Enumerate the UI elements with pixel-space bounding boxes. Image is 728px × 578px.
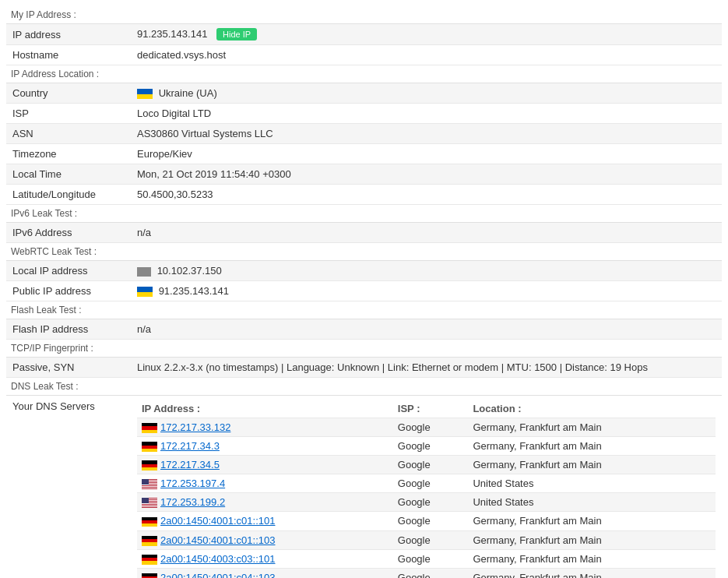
dns-ip-cell: 172.253.197.4 bbox=[137, 474, 393, 493]
germany-flag-icon bbox=[142, 573, 157, 578]
ukraine-flag-icon bbox=[137, 89, 153, 99]
dns-ip-link[interactable]: 2a00:1450:4003:c03::101 bbox=[160, 553, 275, 565]
main-container: My IP Address : IP address 91.235.143.14… bbox=[0, 0, 728, 578]
germany-flag-icon bbox=[142, 517, 157, 527]
dns-isp-cell: Google bbox=[393, 418, 469, 437]
dns-column-header-row: IP Address : ISP : Location : bbox=[137, 400, 716, 418]
germany-flag-icon bbox=[142, 442, 157, 452]
dns-isp-cell: Google bbox=[393, 474, 469, 493]
dns-entry-row: 2a00:1450:4001:c04::103GoogleGermany, Fr… bbox=[137, 568, 716, 578]
dns-ip-cell: 2a00:1450:4001:c01::103 bbox=[137, 530, 393, 549]
country-label: Country bbox=[6, 83, 131, 104]
dns-location-cell: Germany, Frankfurt am Main bbox=[468, 418, 716, 437]
latlong-value: 50.4500,30.5233 bbox=[131, 185, 722, 205]
country-text: Ukraine (UA) bbox=[159, 87, 217, 99]
passive-syn-label: Passive, SYN bbox=[6, 358, 131, 378]
tcpip-header-row: TCP/IP Fingerprint : bbox=[6, 340, 722, 358]
dns-isp-cell: Google bbox=[393, 456, 469, 474]
dns-location-cell: Germany, Frankfurt am Main bbox=[468, 456, 716, 474]
dns-ip-cell: 2a00:1450:4001:c04::103 bbox=[137, 568, 393, 578]
germany-flag-icon bbox=[142, 423, 157, 433]
isp-label: ISP bbox=[6, 104, 131, 124]
dns-entry-row: 172.253.197.4GoogleUnited States bbox=[137, 474, 716, 493]
dns-ip-link[interactable]: 172.217.34.5 bbox=[160, 459, 220, 471]
table-row: ASN AS30860 Virtual Systems LLC bbox=[6, 124, 722, 144]
table-row: ISP Loco Digital LTD bbox=[6, 104, 722, 124]
dns-col-isp: ISP : bbox=[393, 400, 469, 418]
flash-ip-value: n/a bbox=[131, 319, 722, 340]
latlong-label: Latitude/Longitude bbox=[6, 185, 131, 205]
dns-entry-row: 172.253.199.2GoogleUnited States bbox=[137, 493, 716, 512]
table-row: Latitude/Longitude 50.4500,30.5233 bbox=[6, 185, 722, 205]
hide-ip-button[interactable]: Hide IP bbox=[216, 28, 257, 41]
dns-isp-cell: Google bbox=[393, 437, 469, 456]
tcpip-header: TCP/IP Fingerprint : bbox=[6, 340, 722, 358]
table-row: Flash IP address n/a bbox=[6, 319, 722, 340]
ip-location-header: IP Address Location : bbox=[6, 65, 722, 83]
isp-value: Loco Digital LTD bbox=[131, 104, 722, 124]
my-ip-header: My IP Address : bbox=[6, 6, 722, 24]
gray-flag-icon bbox=[137, 267, 151, 277]
flash-ip-label: Flash IP address bbox=[6, 319, 131, 340]
dns-isp-cell: Google bbox=[393, 568, 469, 578]
local-ip-value: 10.102.37.150 bbox=[131, 261, 722, 281]
dns-ip-link[interactable]: 2a00:1450:4001:c01::103 bbox=[160, 534, 275, 546]
local-ip-text: 10.102.37.150 bbox=[157, 265, 222, 277]
public-ip-value: 91.235.143.141 bbox=[131, 281, 722, 301]
dns-servers-value: IP Address : ISP : Location : 172.217.33… bbox=[131, 396, 722, 578]
dns-isp-cell: Google bbox=[393, 530, 469, 549]
dns-location-cell: United States bbox=[468, 493, 716, 512]
dns-col-ip: IP Address : bbox=[137, 400, 393, 418]
dns-ip-cell: 172.253.199.2 bbox=[137, 493, 393, 512]
dns-ip-link[interactable]: 2a00:1450:4001:c04::103 bbox=[160, 572, 275, 578]
timezone-value: Europe/Kiev bbox=[131, 144, 722, 164]
germany-flag-icon bbox=[142, 460, 157, 471]
hostname-label: Hostname bbox=[6, 45, 131, 65]
germany-flag-icon bbox=[142, 555, 157, 565]
dns-location-cell: United States bbox=[468, 474, 716, 493]
dns-entry-row: 2a00:1450:4001:c01::101GoogleGermany, Fr… bbox=[137, 512, 716, 530]
dns-entry-row: 172.217.33.132GoogleGermany, Frankfurt a… bbox=[137, 418, 716, 437]
dns-location-cell: Germany, Frankfurt am Main bbox=[468, 437, 716, 456]
public-ip-text: 91.235.143.141 bbox=[159, 285, 229, 297]
ipv6-header: IPv6 Leak Test : bbox=[6, 205, 722, 223]
dns-ip-link[interactable]: 2a00:1450:4001:c01::101 bbox=[160, 515, 275, 527]
us-flag-icon bbox=[142, 479, 157, 489]
ipv6-address-value: n/a bbox=[131, 223, 722, 243]
dns-location-cell: Germany, Frankfurt am Main bbox=[468, 568, 716, 578]
ip-info-table: My IP Address : IP address 91.235.143.14… bbox=[6, 6, 722, 578]
local-time-label: Local Time bbox=[6, 164, 131, 185]
dns-ip-link[interactable]: 172.217.33.132 bbox=[160, 421, 230, 433]
ipv6-header-row: IPv6 Leak Test : bbox=[6, 205, 722, 223]
dns-col-location: Location : bbox=[468, 400, 716, 418]
dns-ip-link[interactable]: 172.253.199.2 bbox=[160, 496, 225, 508]
dns-ip-cell: 172.217.33.132 bbox=[137, 418, 393, 437]
timezone-label: Timezone bbox=[6, 144, 131, 164]
table-row: IP address 91.235.143.141 Hide IP bbox=[6, 24, 722, 45]
dns-inner-table: IP Address : ISP : Location : 172.217.33… bbox=[137, 400, 716, 578]
germany-flag-icon bbox=[142, 536, 157, 546]
passive-syn-value: Linux 2.2.x-3.x (no timestamps) | Langua… bbox=[131, 358, 722, 378]
dns-isp-cell: Google bbox=[393, 549, 469, 568]
dns-header: DNS Leak Test : bbox=[6, 378, 722, 396]
dns-ip-link[interactable]: 172.217.34.3 bbox=[160, 440, 220, 452]
dns-ip-link[interactable]: 172.253.197.4 bbox=[160, 478, 225, 489]
flash-header-row: Flash Leak Test : bbox=[6, 301, 722, 319]
dns-isp-cell: Google bbox=[393, 493, 469, 512]
local-time-value: Mon, 21 Oct 2019 11:54:40 +0300 bbox=[131, 164, 722, 185]
dns-ip-cell: 172.217.34.5 bbox=[137, 456, 393, 474]
table-row: Local Time Mon, 21 Oct 2019 11:54:40 +03… bbox=[6, 164, 722, 185]
us-flag-icon bbox=[142, 498, 157, 508]
ukraine-flag-icon-2 bbox=[137, 287, 153, 297]
table-row: Hostname dedicated.vsys.host bbox=[6, 45, 722, 65]
flash-header: Flash Leak Test : bbox=[6, 301, 722, 319]
dns-header-row: DNS Leak Test : bbox=[6, 378, 722, 396]
table-row: Country Ukraine (UA) bbox=[6, 83, 722, 104]
asn-value: AS30860 Virtual Systems LLC bbox=[131, 124, 722, 144]
local-ip-label: Local IP address bbox=[6, 261, 131, 281]
ip-address-label: IP address bbox=[6, 24, 131, 45]
ip-location-header-row: IP Address Location : bbox=[6, 65, 722, 83]
dns-entry-row: 172.217.34.5GoogleGermany, Frankfurt am … bbox=[137, 456, 716, 474]
webrtc-header: WebRTC Leak Test : bbox=[6, 243, 722, 261]
webrtc-header-row: WebRTC Leak Test : bbox=[6, 243, 722, 261]
